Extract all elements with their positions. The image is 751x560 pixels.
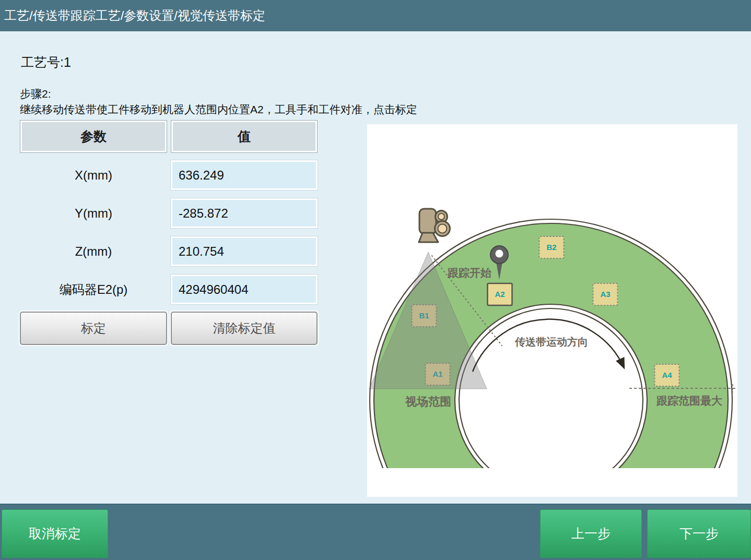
cancel-calibration-button[interactable]: 取消标定 xyxy=(2,509,108,558)
marker-A2: A2 xyxy=(488,283,512,305)
marker-A4: A4 xyxy=(655,364,679,386)
table-header-value: 值 xyxy=(171,120,318,153)
y-value-field[interactable]: -285.872 xyxy=(171,198,318,228)
previous-step-button[interactable]: 上一步 xyxy=(540,509,642,558)
calibrate-button[interactable]: 标定 xyxy=(20,312,167,345)
svg-text:A3: A3 xyxy=(600,290,610,299)
fov-label: 视场范围 xyxy=(405,395,451,408)
param-label-y: Y(mm) xyxy=(20,198,167,228)
footer-bar: 取消标定 上一步 下一步 xyxy=(0,504,751,560)
breadcrumb-bar: 工艺/传送带跟踪工艺/参数设置/视觉传送带标定 xyxy=(0,0,751,31)
tracking-start-label: 跟踪开始 xyxy=(447,267,492,279)
svg-text:A4: A4 xyxy=(662,371,672,379)
z-value-field[interactable]: 210.754 xyxy=(171,236,318,266)
svg-text:B2: B2 xyxy=(546,243,556,252)
process-number-label: 工艺号:1 xyxy=(21,54,71,71)
clear-calibration-button[interactable]: 清除标定值 xyxy=(171,312,318,345)
x-value-field[interactable]: 636.249 xyxy=(171,160,318,190)
step-title: 步骤2: xyxy=(20,87,51,101)
tracking-max-label: 跟踪范围最大 xyxy=(656,395,722,407)
marker-A3: A3 xyxy=(593,283,618,305)
belt-direction-label: 传送带运动方向 xyxy=(514,336,588,348)
marker-B2: B2 xyxy=(539,236,564,258)
step-instruction: 继续移动传送带使工件移动到机器人范围内位置A2，工具手和工件对准，点击标定 xyxy=(20,102,417,117)
next-step-button[interactable]: 下一步 xyxy=(647,509,751,558)
param-label-x: X(mm) xyxy=(20,160,167,190)
svg-text:A2: A2 xyxy=(495,290,504,299)
breadcrumb: 工艺/传送带跟踪工艺/参数设置/视觉传送带标定 xyxy=(4,7,265,24)
conveyor-diagram-svg: B2 A2 A3 B1 A1 A4 xyxy=(367,124,737,497)
param-label-z: Z(mm) xyxy=(20,236,167,266)
camera-icon xyxy=(419,209,450,242)
param-label-encoder: 编码器E2(p) xyxy=(20,275,167,304)
conveyor-calibration-screen: 工艺/传送带跟踪工艺/参数设置/视觉传送带标定 工艺号:1 步骤2: 继续移动传… xyxy=(0,0,751,560)
conveyor-diagram: B2 A2 A3 B1 A1 A4 xyxy=(367,124,737,497)
encoder-value-field[interactable]: 4294960404 xyxy=(171,275,318,304)
table-header-param: 参数 xyxy=(20,120,167,153)
